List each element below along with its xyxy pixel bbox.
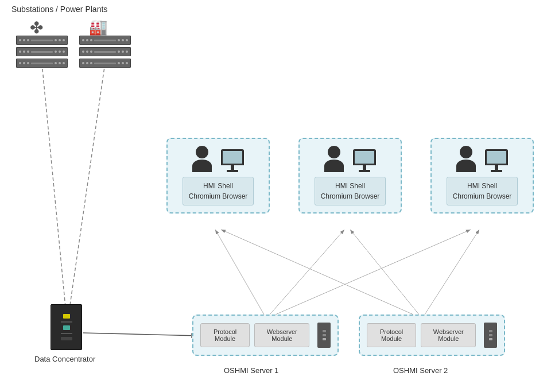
svg-line-2 — [42, 63, 66, 313]
monitor-icon — [353, 149, 376, 172]
oshmi-server-2-label: OSHMI Server 2 — [393, 366, 448, 375]
svg-line-8 — [350, 230, 419, 315]
hmi-label: HMI ShellChromium Browser — [183, 177, 254, 205]
hmi-icons-row — [192, 146, 244, 172]
factory-icon: 🏭 — [89, 18, 107, 36]
person-icon — [456, 146, 476, 172]
fan-icon: ✤ — [30, 18, 43, 37]
rack-unit — [79, 59, 131, 68]
svg-line-5 — [215, 230, 264, 315]
server-modules-row: Protocol Module Webserver Module — [200, 323, 331, 348]
server-tower-2 — [484, 323, 497, 348]
hmi-label: HMI ShellChromium Browser — [447, 177, 518, 205]
hmi-icons-row — [456, 146, 508, 172]
hmi-box-2: HMI ShellChromium Browser — [298, 138, 402, 214]
rack-unit — [16, 47, 68, 56]
rack-unit — [16, 36, 68, 45]
server-modules-row: Protocol Module Webserver Module — [367, 323, 497, 348]
webserver-module-1: Webserver Module — [254, 323, 309, 347]
svg-line-7 — [270, 230, 344, 315]
oshmi-server-1-label: OSHMI Server 1 — [224, 366, 278, 375]
dc-light-yellow — [63, 314, 70, 319]
oshmi-server-2-box: Protocol Module Webserver Module — [359, 315, 505, 356]
svg-line-4 — [83, 333, 198, 336]
data-concentrator-label: Data Concentrator — [34, 355, 95, 363]
hmi-box-3: HMI ShellChromium Browser — [430, 138, 534, 214]
dc-light-green — [63, 325, 70, 330]
svg-line-6 — [221, 230, 413, 315]
protocol-module-1: Protocol Module — [200, 323, 250, 347]
svg-line-3 — [69, 63, 105, 313]
person-icon — [192, 146, 212, 172]
rack-left-group — [16, 36, 68, 70]
monitor-icon — [221, 149, 244, 172]
hmi-icons-row — [324, 146, 376, 172]
rack-unit — [79, 47, 131, 56]
svg-line-10 — [425, 230, 479, 315]
rack-right-group — [79, 36, 131, 70]
server-tower-1 — [317, 323, 331, 348]
hmi-box-1: HMI ShellChromium Browser — [166, 138, 270, 214]
hmi-label: HMI ShellChromium Browser — [315, 177, 386, 205]
monitor-icon — [485, 149, 508, 172]
rack-unit — [79, 36, 131, 45]
webserver-module-2: Webserver Module — [421, 323, 476, 347]
protocol-module-2: Protocol Module — [367, 323, 416, 347]
oshmi-server-1-box: Protocol Module Webserver Module — [192, 315, 339, 356]
svg-line-9 — [276, 230, 471, 315]
person-icon — [324, 146, 344, 172]
data-concentrator-box — [51, 304, 82, 350]
diagram-container: Substations / Power Plants ✤ 🏭 — [0, 0, 551, 392]
rack-unit — [16, 59, 68, 68]
substations-label: Substations / Power Plants — [11, 5, 107, 14]
